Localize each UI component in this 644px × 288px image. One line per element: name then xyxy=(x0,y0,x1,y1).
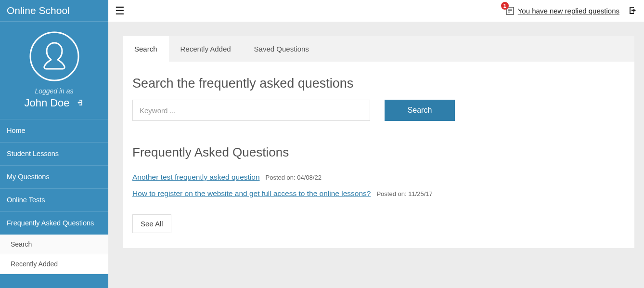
tab-body: Search the frequently asked questions Se… xyxy=(123,62,634,247)
faq-link[interactable]: How to register on the website and get f… xyxy=(132,189,371,198)
faq-item: How to register on the website and get f… xyxy=(132,189,620,198)
logout-icon[interactable] xyxy=(77,99,84,108)
tab-recently-added[interactable]: Recently Added xyxy=(169,36,243,62)
search-heading: Search the frequently asked questions xyxy=(132,76,620,91)
newspaper-icon: 1 xyxy=(505,6,515,16)
faq-posted: Posted on: 04/08/22 xyxy=(266,174,322,181)
notification-badge: 1 xyxy=(501,2,509,10)
menu-toggle-icon[interactable]: ☰ xyxy=(115,6,125,16)
sidebar-item-home[interactable]: Home xyxy=(0,119,108,142)
search-button[interactable]: Search xyxy=(385,100,455,121)
top-logout-icon[interactable] xyxy=(628,6,637,16)
sidebar-item-online-tests[interactable]: Online Tests xyxy=(0,188,108,211)
main-content: Search Recently Added Saved Questions Se… xyxy=(108,22,644,288)
tab-saved-questions[interactable]: Saved Questions xyxy=(243,36,321,62)
notification-link[interactable]: You have new replied questions xyxy=(518,7,619,15)
tab-search[interactable]: Search xyxy=(123,36,169,62)
logged-in-as-label: Logged in as xyxy=(5,87,103,95)
faq-item: Another test frequently asked question P… xyxy=(132,173,620,182)
faq-posted: Posted on: 11/25/17 xyxy=(376,190,432,197)
see-all-button[interactable]: See All xyxy=(132,214,171,233)
brand-title: Online School xyxy=(0,0,108,22)
user-name: John Doe xyxy=(24,97,69,109)
notification[interactable]: 1 You have new replied questions xyxy=(505,6,619,16)
sidebar-sub-recently-added[interactable]: Recently Added xyxy=(0,254,108,274)
faq-heading: Frequently Asked Questions xyxy=(132,145,620,160)
sidebar-nav: Home Student Lessons My Questions Online… xyxy=(0,119,108,274)
search-input[interactable] xyxy=(132,100,370,121)
content-card: Search Recently Added Saved Questions Se… xyxy=(123,36,634,248)
sidebar-item-my-questions[interactable]: My Questions xyxy=(0,165,108,188)
avatar xyxy=(29,31,79,81)
divider xyxy=(132,164,620,164)
user-panel: Logged in as John Doe xyxy=(0,22,108,116)
sidebar-item-faq[interactable]: Frequently Asked Questions xyxy=(0,211,108,235)
faq-link[interactable]: Another test frequently asked question xyxy=(132,173,260,182)
topbar: ☰ 1 You have new replied questions xyxy=(108,0,644,22)
svg-point-0 xyxy=(30,32,78,80)
sidebar-sub-search[interactable]: Search xyxy=(0,235,108,254)
sidebar-subnav: Search Recently Added xyxy=(0,235,108,274)
tabs: Search Recently Added Saved Questions xyxy=(123,36,634,62)
sidebar-item-student-lessons[interactable]: Student Lessons xyxy=(0,142,108,165)
sidebar: Online School Logged in as John Doe Home… xyxy=(0,0,108,288)
